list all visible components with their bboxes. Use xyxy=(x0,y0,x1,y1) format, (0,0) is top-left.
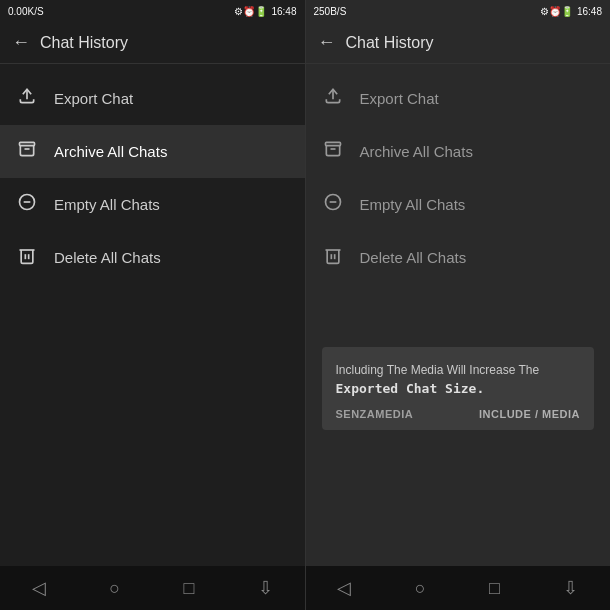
left-menu-item-delete[interactable]: Delete All Chats xyxy=(0,231,305,284)
left-empty-label: Empty All Chats xyxy=(54,196,160,213)
left-menu-item-export[interactable]: Export Chat xyxy=(0,72,305,125)
right-signal: 250B/S xyxy=(314,6,347,17)
left-status-icons: ⚙⏰🔋 xyxy=(234,6,267,17)
dialog-message: Including The Media Will Increase The Ex… xyxy=(336,361,581,399)
right-menu-item-archive[interactable]: Archive All Chats xyxy=(306,125,611,178)
left-menu-item-archive[interactable]: Archive All Chats xyxy=(0,125,305,178)
right-menu-item-delete[interactable]: Delete All Chats xyxy=(306,231,611,284)
left-export-label: Export Chat xyxy=(54,90,133,107)
left-panel: 0.00K/S ⚙⏰🔋 16:48 ← Chat History Export … xyxy=(0,0,306,610)
right-export-label: Export Chat xyxy=(360,90,439,107)
right-status-icons: ⚙⏰🔋 xyxy=(540,6,573,17)
dialog-confirm-button[interactable]: Include / MEDia xyxy=(479,408,580,420)
export-media-dialog: Including The Media Will Increase The Ex… xyxy=(322,347,595,431)
svg-rect-1 xyxy=(20,142,35,145)
left-nav-back[interactable]: ◁ xyxy=(32,577,46,599)
right-delete-icon xyxy=(322,245,344,270)
right-nav-back[interactable]: ◁ xyxy=(337,577,351,599)
left-header-title: Chat History xyxy=(40,34,128,52)
left-menu-list: Export Chat Archive All Chats Empty A xyxy=(0,64,305,292)
left-delete-label: Delete All Chats xyxy=(54,249,161,266)
left-archive-label: Archive All Chats xyxy=(54,143,167,160)
left-nav-down[interactable]: ⇩ xyxy=(258,577,273,599)
right-empty-icon xyxy=(322,192,344,217)
right-menu-item-export[interactable]: Export Chat xyxy=(306,72,611,125)
empty-icon xyxy=(16,192,38,217)
svg-rect-8 xyxy=(325,142,340,145)
right-back-button[interactable]: ← xyxy=(318,32,336,53)
right-empty-label: Empty All Chats xyxy=(360,196,466,213)
right-archive-label: Archive All Chats xyxy=(360,143,473,160)
right-header-title: Chat History xyxy=(346,34,434,52)
right-nav-down[interactable]: ⇩ xyxy=(563,577,578,599)
dialog-cancel-button[interactable]: SENZAMEDIA xyxy=(336,408,414,420)
left-nav-recent[interactable]: □ xyxy=(183,578,194,599)
left-menu-item-empty[interactable]: Empty All Chats xyxy=(0,178,305,231)
dialog-message-bold: Exported Chat Size. xyxy=(336,381,485,396)
left-time: 16:48 xyxy=(271,6,296,17)
right-status-right: ⚙⏰🔋 16:48 xyxy=(540,6,602,17)
right-nav-bar: ◁ ○ □ ⇩ xyxy=(306,566,611,610)
right-export-icon xyxy=(322,86,344,111)
right-menu-list: Export Chat Archive All Chats Empty A xyxy=(306,64,611,292)
right-header: ← Chat History xyxy=(306,22,611,63)
delete-icon xyxy=(16,245,38,270)
right-nav-recent[interactable]: □ xyxy=(489,578,500,599)
right-archive-icon xyxy=(322,139,344,164)
left-status-left: 0.00K/S xyxy=(8,6,44,17)
dialog-actions: SENZAMEDIA Include / MEDia xyxy=(336,408,581,420)
left-nav-home[interactable]: ○ xyxy=(109,578,120,599)
left-status-bar: 0.00K/S ⚙⏰🔋 16:48 xyxy=(0,0,305,22)
left-header: ← Chat History xyxy=(0,22,305,63)
right-delete-label: Delete All Chats xyxy=(360,249,467,266)
right-panel: 250B/S ⚙⏰🔋 16:48 ← Chat History Export C… xyxy=(306,0,611,610)
left-status-right: ⚙⏰🔋 16:48 xyxy=(234,6,296,17)
right-nav-home[interactable]: ○ xyxy=(415,578,426,599)
right-status-left: 250B/S xyxy=(314,6,347,17)
right-status-bar: 250B/S ⚙⏰🔋 16:48 xyxy=(306,0,611,22)
right-menu-item-empty[interactable]: Empty All Chats xyxy=(306,178,611,231)
left-back-button[interactable]: ← xyxy=(12,32,30,53)
export-icon xyxy=(16,86,38,111)
left-nav-bar: ◁ ○ □ ⇩ xyxy=(0,566,305,610)
archive-icon xyxy=(16,139,38,164)
right-time: 16:48 xyxy=(577,6,602,17)
left-signal: 0.00K/S xyxy=(8,6,44,17)
